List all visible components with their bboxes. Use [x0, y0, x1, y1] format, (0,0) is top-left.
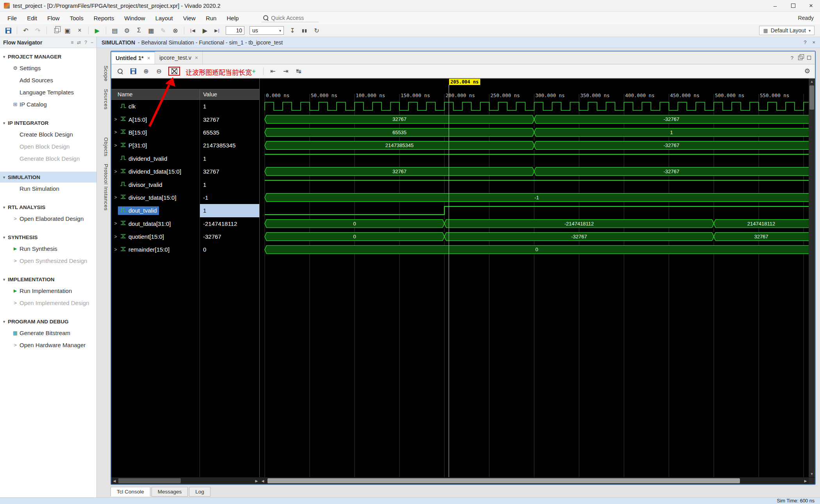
signal-row-quotient[15:0][interactable]: >quotient[15:0] [111, 230, 200, 243]
scroll-left-icon[interactable]: ◀ [111, 477, 118, 484]
flow-item-create-block-design[interactable]: Create Block Design [0, 128, 96, 140]
delete-button[interactable]: × [76, 27, 83, 34]
signal-value-quotient[15:0][interactable]: -32767 [200, 230, 259, 243]
flow-item-open-block-design[interactable]: Open Block Design [0, 140, 96, 153]
report-sigma-button[interactable]: Σ [135, 27, 143, 34]
settings-gear-button[interactable]: ⚙ [123, 27, 130, 34]
signal-value-clk[interactable]: 1 [200, 100, 259, 113]
vertical-scrollbar[interactable]: ▲ ▼ [809, 78, 815, 477]
menu-reports[interactable]: Reports [89, 12, 119, 24]
signal-row-divisor_tdata[15:0][interactable]: >divisor_tdata[15:0] [111, 191, 200, 204]
signal-row-A[15:0][interactable]: >A[15:0] [111, 113, 200, 126]
find-button[interactable] [117, 69, 124, 74]
flow-section-header[interactable]: ▾RTL ANALYSIS [0, 202, 96, 213]
signal-row-dividend_tvalid[interactable]: dividend_tvalid [111, 152, 200, 165]
maximize-button[interactable] [784, 0, 802, 12]
flow-item-open-hardware-manager[interactable]: >Open Hardware Manager [0, 339, 96, 351]
close-icon[interactable]: × [195, 55, 198, 61]
chevron-right-icon[interactable]: > [111, 143, 118, 148]
copy-button[interactable] [52, 28, 59, 33]
flow-item-settings[interactable]: ⚙Settings [0, 62, 96, 74]
save-waveform-button[interactable] [130, 68, 137, 74]
flow-item-generate-bitstream[interactable]: ▦Generate Bitstream [0, 327, 96, 339]
tab-tcl-console[interactable]: Tcl Console [111, 487, 150, 497]
scroll-up-icon[interactable]: ▲ [809, 78, 815, 85]
value-column-header[interactable]: Value [200, 89, 259, 99]
dashboard-button[interactable]: ▤ [111, 27, 118, 34]
save-project-button[interactable] [5, 28, 12, 34]
run-for-time-button[interactable]: ▶| [214, 28, 221, 33]
scroll-right-icon[interactable]: ▶ [253, 477, 260, 484]
signal-value-dividend_tvalid[interactable]: 1 [200, 152, 259, 165]
flow-item-run-implementation[interactable]: ▶Run Implementation [0, 285, 96, 297]
chevron-right-icon[interactable]: > [111, 195, 118, 200]
side-tab-protocol-instances[interactable]: Protocol Instances [99, 164, 109, 211]
waveform-canvas[interactable]: 32767-327676553512147385345-3276732767-3… [260, 78, 809, 477]
paste-button[interactable]: ▣ [64, 27, 71, 34]
zoom-in-button[interactable]: ⊕ [143, 67, 150, 75]
table-h-scrollbar[interactable]: ◀ ▶ [111, 477, 260, 484]
swap-cursor-button[interactable]: ↹ [295, 67, 302, 75]
signal-value-dividend_tdata[15:0][interactable]: 32767 [200, 165, 259, 178]
menu-edit[interactable]: Edit [22, 12, 42, 24]
flow-section-header[interactable]: ▾IP INTEGRATOR [0, 117, 96, 128]
quick-access-input[interactable] [271, 15, 317, 21]
signal-value-divisor_tdata[15:0][interactable]: -1 [200, 191, 259, 204]
help-icon[interactable]: ? [804, 39, 806, 45]
flow-item-generate-block-design[interactable]: Generate Block Design [0, 153, 96, 165]
chevron-right-icon[interactable]: > [111, 169, 118, 174]
tab-messages[interactable]: Messages [152, 487, 188, 497]
wave-signal-clk[interactable] [265, 102, 809, 110]
scrollbar-thumb[interactable] [809, 85, 814, 110]
flow-item-open-synthesized-design[interactable]: >Open Synthesized Design [0, 255, 96, 267]
reorder-icon[interactable]: ≡ [71, 40, 73, 45]
chevron-right-icon[interactable]: > [111, 221, 118, 226]
signal-row-B[15:0][interactable]: >B[15:0] [111, 126, 200, 139]
redo-button[interactable]: ↷ [34, 27, 41, 34]
help-icon[interactable]: ? [84, 40, 87, 45]
flow-item-language-templates[interactable]: Language Templates [0, 86, 96, 98]
wave-signal-remainder[15:0][interactable]: 0 [265, 245, 809, 254]
tab-log[interactable]: Log [189, 487, 210, 497]
menu-file[interactable]: File [2, 12, 22, 24]
zoom-out-button[interactable]: ⊖ [155, 67, 162, 75]
scrollbar-thumb[interactable] [118, 478, 181, 483]
chevron-right-icon[interactable]: > [111, 130, 118, 135]
flow-section-header[interactable]: ▾SYNTHESIS [0, 232, 96, 243]
signal-value-A[15:0][interactable]: 32767 [200, 113, 259, 126]
flow-item-run-simulation[interactable]: Run Simulation [0, 183, 96, 195]
close-icon[interactable]: × [812, 39, 815, 45]
signal-row-dividend_tdata[15:0][interactable]: >dividend_tdata[15:0] [111, 165, 200, 178]
close-icon[interactable]: × [147, 55, 150, 61]
signal-row-divisor_tvalid[interactable]: divisor_tvalid [111, 178, 200, 191]
cursor-time-label[interactable]: 205.004 ns [449, 79, 480, 85]
run-button[interactable]: ▶ [94, 27, 101, 34]
minimize-button[interactable]: – [766, 0, 784, 12]
wave-signal-dout_tvalid[interactable] [265, 206, 809, 215]
close-button[interactable]: × [802, 0, 820, 12]
wave-signal-A[15:0][interactable]: 32767-32767 [265, 115, 809, 123]
waveform-svg[interactable]: 32767-327676553512147385345-3276732767-3… [260, 78, 809, 477]
wave-signal-B[15:0][interactable]: 655351 [265, 128, 809, 137]
wave-signal-quotient[15:0][interactable]: 0-3276732767 [265, 232, 809, 241]
tab-untitled-1[interactable]: Untitled 1* × [111, 51, 155, 64]
signal-row-remainder[15:0][interactable]: >remainder[15:0] [111, 243, 200, 256]
previous-transition-button[interactable]: ⇤ [269, 67, 276, 75]
signal-value-divisor_tvalid[interactable]: 1 [200, 178, 259, 191]
chevron-right-icon[interactable]: > [111, 234, 118, 240]
scroll-left-icon[interactable]: ◀ [260, 477, 266, 484]
side-tab-scope[interactable]: Scope [99, 66, 109, 82]
help-icon[interactable]: ? [791, 55, 793, 61]
menu-layout[interactable]: Layout [150, 12, 178, 24]
step-button[interactable]: ↧ [289, 27, 296, 34]
flow-item-run-synthesis[interactable]: ▶Run Synthesis [0, 243, 96, 255]
restart-sim-button[interactable]: |◀ [189, 28, 196, 33]
next-transition-button[interactable]: ⇥ [282, 67, 289, 75]
signal-value-dout_tdata[31:0][interactable]: -2147418112 [200, 217, 259, 230]
menu-run[interactable]: Run [201, 12, 222, 24]
pause-button[interactable]: ▮▮ [301, 28, 308, 33]
float-window-icon[interactable] [798, 56, 802, 60]
wave-signal-dout_tdata[31:0][interactable]: 0-21474181122147418112 [265, 220, 809, 228]
menu-tools[interactable]: Tools [65, 12, 89, 24]
flow-item-open-elaborated-design[interactable]: >Open Elaborated Design [0, 213, 96, 225]
